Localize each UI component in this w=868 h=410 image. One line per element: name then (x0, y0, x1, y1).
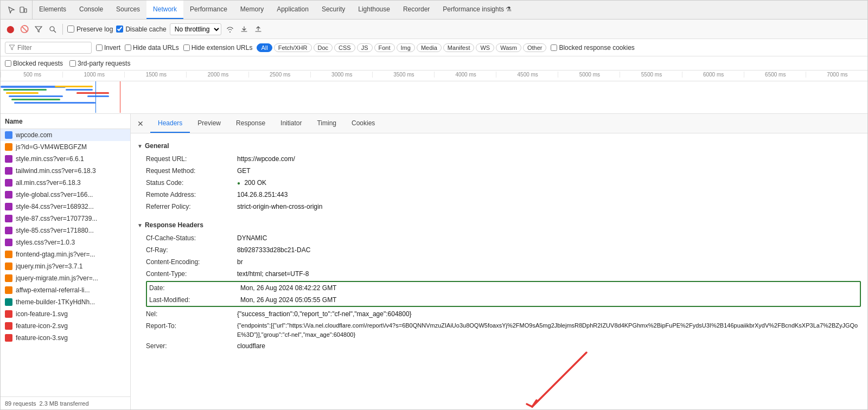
blocked-requests-input[interactable] (5, 60, 11, 67)
blocked-cookies-input[interactable] (551, 44, 557, 51)
detail-tab-cookies[interactable]: Cookies (344, 114, 382, 133)
tab-application[interactable]: Application (270, 1, 315, 19)
file-item-4[interactable]: all.min.css?ver=6.18.3 (1, 177, 130, 189)
filter-btn[interactable] (33, 24, 44, 35)
file-name-16: feature-icon-2.svg (16, 322, 126, 330)
file-item-5[interactable]: style-global.css?ver=166... (1, 189, 130, 201)
tick-3000: 3000 ms (310, 72, 372, 78)
file-item-17[interactable]: feature-icon-3.svg (1, 332, 130, 344)
file-item-8[interactable]: style-85.css?ver=171880... (1, 225, 130, 236)
blocked-requests-checkbox[interactable]: Blocked requests (5, 60, 63, 67)
file-item-15[interactable]: icon-feature-1.svg (1, 308, 130, 320)
tab-security[interactable]: Security (315, 1, 352, 19)
file-item-wpcode[interactable]: wpcode.com (1, 129, 130, 141)
type-btn-other[interactable]: Other (523, 43, 547, 52)
tick-2000: 2000 ms (186, 72, 248, 78)
file-item-2[interactable]: style.min.css?ver=6.6.1 (1, 153, 130, 165)
timeline[interactable]: 500 ms 1000 ms 1500 ms 2000 ms 2500 ms 3… (1, 71, 867, 114)
detail-tab-response[interactable]: Response (228, 114, 273, 133)
resp-row-encoding: Content-Encoding: br (137, 256, 861, 268)
tick-6000: 6000 ms (682, 72, 744, 78)
tick-5000: 5000 ms (558, 72, 620, 78)
detail-tab-preview[interactable]: Preview (190, 114, 228, 133)
type-btn-media[interactable]: Media (417, 43, 442, 52)
details-close-btn[interactable]: ✕ (135, 118, 146, 129)
third-party-label: 3rd-party requests (78, 60, 130, 67)
detail-tab-headers[interactable]: Headers (150, 114, 190, 133)
clear-btn[interactable]: 🚫 (19, 24, 30, 35)
type-btn-wasm[interactable]: Wasm (496, 43, 521, 52)
resp-row-date: Date: Mon, 26 Aug 2024 08:42:22 GMT (147, 282, 860, 294)
wifi-icon[interactable] (225, 24, 235, 35)
tab-lighthouse[interactable]: Lighthouse (352, 1, 397, 19)
tab-console[interactable]: Console (73, 1, 110, 19)
hide-data-urls-input[interactable] (125, 44, 131, 51)
invert-input[interactable] (96, 44, 103, 51)
throttling-select[interactable]: No throttling (170, 23, 221, 35)
general-row-remote: Remote Address: 104.26.8.251:443 (137, 189, 861, 201)
device-toggle-icon[interactable] (19, 5, 28, 14)
file-item-14[interactable]: theme-builder-1TKyHdNh... (1, 296, 130, 308)
hide-ext-urls-checkbox[interactable]: Hide extension URLs (183, 44, 253, 52)
tab-elements[interactable]: Elements (33, 1, 73, 19)
file-icon-css-6 (5, 215, 12, 222)
resp-key-last-modified: Last-Modified: (149, 295, 236, 305)
file-item-3[interactable]: tailwind.min.css?ver=6.18.3 (1, 165, 130, 177)
cursor-icon[interactable] (7, 5, 16, 14)
general-row-url: Request URL: https://wpcode.com/ (137, 153, 861, 165)
response-triangle: ▼ (137, 222, 143, 228)
file-item-13[interactable]: affwp-external-referral-li... (1, 284, 130, 296)
file-item-16[interactable]: feature-icon-2.svg (1, 320, 130, 332)
invert-checkbox[interactable]: Invert (96, 44, 120, 52)
type-btn-font[interactable]: Font (374, 43, 395, 52)
resp-key-nel: Nel: (146, 309, 233, 319)
svg-line-3 (54, 30, 56, 33)
file-item-10[interactable]: frontend-gtag.min.js?ver=... (1, 248, 130, 260)
footer-requests: 89 requests (5, 400, 36, 407)
search-btn[interactable] (47, 24, 58, 35)
hide-ext-urls-input[interactable] (183, 44, 190, 51)
type-btn-css[interactable]: CSS (334, 43, 355, 52)
resp-val-report-to: {"endpoints":[{"url":"https:\/\/a.nel.cl… (237, 321, 861, 339)
type-btn-js[interactable]: JS (357, 43, 373, 52)
detail-tab-initiator[interactable]: Initiator (273, 114, 309, 133)
tab-performance[interactable]: Performance (183, 1, 234, 19)
disable-cache-checkbox[interactable]: Disable cache (116, 25, 166, 33)
file-item-12[interactable]: jquery-migrate.min.js?ver=... (1, 272, 130, 284)
type-btn-ws[interactable]: WS (476, 43, 494, 52)
tab-recorder[interactable]: Recorder (397, 1, 436, 19)
file-item-9[interactable]: styles.css?ver=1.0.3 (1, 236, 130, 248)
blocked-cookies-checkbox[interactable]: Blocked response cookies (551, 44, 634, 52)
type-btn-all[interactable]: All (257, 43, 272, 52)
resp-key-cf-ray: Cf-Ray: (146, 245, 233, 255)
detail-tab-timing[interactable]: Timing (309, 114, 344, 133)
general-section-header[interactable]: ▼ General (137, 142, 861, 150)
type-btn-doc[interactable]: Doc (314, 43, 333, 52)
export-btn[interactable] (253, 24, 264, 35)
general-title: General (145, 142, 169, 150)
tick-4500: 4500 ms (496, 72, 558, 78)
type-btn-fetch[interactable]: Fetch/XHR (274, 43, 312, 52)
hide-data-urls-checkbox[interactable]: Hide data URLs (125, 44, 179, 52)
file-item-1[interactable]: js?id=G-VM4WEBGFZM (1, 141, 130, 153)
tab-performance-insights[interactable]: Performance insights ⚗ (436, 1, 518, 19)
file-item-7[interactable]: style-87.css?ver=1707739... (1, 213, 130, 225)
tab-network[interactable]: Network (146, 1, 183, 19)
third-party-checkbox[interactable]: 3rd-party requests (69, 60, 130, 67)
tab-sources[interactable]: Sources (110, 1, 146, 19)
disable-cache-input[interactable] (116, 25, 123, 33)
third-party-input[interactable] (69, 60, 76, 67)
type-btn-manifest[interactable]: Manifest (443, 43, 475, 52)
response-section-header[interactable]: ▼ Response Headers (137, 221, 861, 229)
file-item-6[interactable]: style-84.css?ver=168932... (1, 201, 130, 213)
record-stop-btn[interactable]: ⬤ (5, 24, 16, 35)
tab-memory[interactable]: Memory (234, 1, 270, 19)
file-item-11[interactable]: jquery.min.js?ver=3.7.1 (1, 260, 130, 272)
preserve-log-checkbox[interactable]: Preserve log (67, 25, 113, 33)
import-btn[interactable] (239, 24, 250, 35)
filter-input[interactable] (17, 44, 88, 52)
wf-bar-7 (55, 86, 93, 87)
type-btn-img[interactable]: Img (397, 43, 415, 52)
wf-bar-5 (11, 99, 60, 100)
preserve-log-input[interactable] (67, 25, 74, 33)
